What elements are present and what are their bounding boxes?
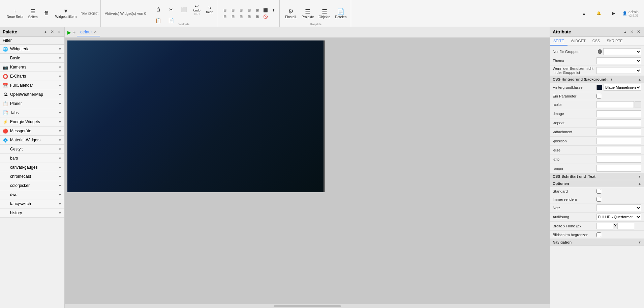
palette-item-fullcalendar[interactable]: 📅 FullCalendar ▼	[0, 81, 64, 90]
attr-tab-widget[interactable]: WIDGET	[568, 37, 589, 46]
attribute-close-button[interactable]: ✕	[636, 29, 641, 34]
redo-button[interactable]: ↪ Redo	[204, 2, 216, 16]
attr-tab-skripte[interactable]: SKRIPTE	[603, 37, 626, 46]
ein-parameter-checkbox[interactable]	[596, 94, 601, 99]
copy-button[interactable]: ⬜	[178, 2, 190, 16]
objekte-button[interactable]: ☰ Objekte	[317, 6, 332, 20]
same-height-button[interactable]: ⊞	[254, 14, 261, 20]
hoehe-input[interactable]: 1080	[617, 223, 634, 229]
distribute-v-button[interactable]: ⊞	[246, 14, 253, 20]
palette-item-messgerte[interactable]: 🔴 Messgeräte ▼	[0, 127, 64, 136]
attachment-input[interactable]	[596, 129, 641, 135]
bell-icon[interactable]: 🔔	[593, 10, 605, 17]
breite-input[interactable]: 1920	[596, 223, 613, 229]
palette-item-planer[interactable]: 📋 Planer ▼	[0, 99, 64, 108]
scrollbar-thumb[interactable]	[274, 305, 341, 307]
toolbar-group-projekte: ⚙ Einstell. ☰ Projekte ☰ Objekte 📄 Datei…	[281, 0, 351, 27]
plus-icon: +	[13, 8, 17, 14]
palette-collapse-button[interactable]: ▴	[43, 29, 48, 34]
css-hintergrund-section[interactable]: CSS-Hintergrund (background-...) ▲	[550, 76, 644, 83]
aufloesung-select[interactable]: Full HD - Querformat	[596, 214, 641, 220]
palette-item-colorpicker[interactable]: colorpicker ▼	[0, 181, 64, 190]
tab-close-button[interactable]: ✕	[94, 30, 97, 34]
netz-select[interactable]	[596, 204, 641, 211]
navigation-section[interactable]: Navigation ▼	[550, 239, 644, 246]
clip-label: -clip	[553, 157, 596, 161]
color-swatch[interactable]	[596, 85, 602, 90]
canvas-resize-handle[interactable]	[324, 40, 325, 192]
origin-input[interactable]	[596, 165, 641, 172]
repeat-input[interactable]	[596, 119, 641, 126]
palette-item-basic[interactable]: Basic ▼	[0, 54, 64, 63]
palette-item-bars[interactable]: bars ▼	[0, 154, 64, 163]
hintergrundklasse-select[interactable]: Blaue Marinelinien	[604, 84, 641, 91]
canvas-page[interactable]	[67, 40, 324, 192]
palette-item-chromecast[interactable]: chromecast ▼	[0, 172, 64, 181]
distribute-h-button[interactable]: ⊟	[246, 7, 253, 13]
palette-item-openweathermap[interactable]: 🌤 OpenWeatherMap ▼	[0, 90, 64, 99]
immer-rendern-checkbox[interactable]	[596, 197, 601, 202]
align-left-button[interactable]: ⊟	[221, 14, 229, 20]
attr-tab-css[interactable]: CSS	[589, 37, 604, 46]
bildschirm-checkbox[interactable]	[596, 232, 601, 237]
hide-button[interactable]: 🚫	[262, 14, 269, 20]
position-input[interactable]	[596, 138, 641, 144]
palette-item-widgeteria[interactable]: 🌐 Widgeteria ▼	[0, 45, 64, 54]
thema-select[interactable]	[596, 57, 641, 64]
same-width-icon: ⊞	[256, 8, 259, 12]
palette-item-energiewidgets[interactable]: ⚡ Energie-Widgets ▼	[0, 117, 64, 127]
palette-item-dwd[interactable]: dwd ▼	[0, 190, 64, 199]
image-input[interactable]	[596, 110, 641, 117]
paste-button[interactable]: 📋	[152, 17, 164, 24]
color-input[interactable]	[596, 101, 634, 108]
export-button[interactable]: ⬛	[262, 7, 269, 13]
play-icon[interactable]: ▶	[608, 10, 620, 17]
align-center-button[interactable]: ⊟	[229, 14, 237, 20]
align-right-top-button[interactable]: ⊞	[238, 7, 245, 13]
widgets-filtern-button[interactable]: ▼ Widgets filtern	[53, 7, 79, 20]
publish-button[interactable]: ⬆	[270, 7, 277, 13]
dateien-button[interactable]: 📄 Dateien	[333, 6, 348, 20]
align-left-top-button[interactable]: ⊞	[221, 7, 229, 13]
css-schriftart-section[interactable]: CSS-Schriftart und -Text ▼	[550, 173, 644, 180]
attribute-collapse-button[interactable]: ▴	[622, 29, 628, 34]
palette-item-echarts[interactable]: ⭕ E-Charts ▼	[0, 72, 64, 81]
color-picker[interactable]	[635, 101, 641, 108]
attribute-pin-button[interactable]: ✕	[629, 29, 635, 34]
nur-fur-gruppen-select[interactable]	[603, 48, 641, 55]
canvas-scrollbar[interactable]	[65, 304, 550, 308]
chevron-up-icon[interactable]: ▲	[578, 10, 590, 17]
palette-pin-button[interactable]: ✕	[50, 29, 55, 34]
undo-button[interactable]: ↩ Undo (7/7)	[191, 2, 203, 16]
wenn-benutzer-select[interactable]	[596, 67, 641, 74]
palette-item-tabs[interactable]: 📑 Tabs ▼	[0, 108, 64, 117]
neue-seite-button[interactable]: + Neue Seite	[5, 7, 25, 20]
palette-item-icon	[3, 210, 8, 216]
cut-button[interactable]: ✂	[165, 2, 177, 16]
standard-checkbox[interactable]	[596, 189, 601, 194]
palette-item-kameras[interactable]: 📷 Kameras ▼	[0, 63, 64, 72]
palette-item-fancyswitch[interactable]: fancyswitch ▼	[0, 199, 64, 208]
add-tab-button[interactable]: +	[72, 29, 75, 35]
size-input[interactable]	[596, 147, 641, 153]
palette-item-canvasgauges[interactable]: canvas-gauges ▼	[0, 163, 64, 172]
palette-close-button[interactable]: ✕	[56, 29, 62, 34]
delete-page-button[interactable]: 🗑	[40, 9, 53, 18]
same-width-button[interactable]: ⊞	[254, 7, 261, 13]
attr-tab-seite[interactable]: SEITE	[550, 37, 568, 46]
palette-item-history[interactable]: history ▼	[0, 208, 64, 218]
seiten-button[interactable]: ☰ Seiten	[26, 7, 39, 20]
optionen-section[interactable]: Optionen ▲	[550, 180, 644, 187]
align-center-top-button[interactable]: ⊟	[229, 7, 237, 13]
canvas-tab-default[interactable]: default ✕	[77, 28, 100, 36]
canvas-content[interactable]	[65, 38, 550, 304]
delete-widget-button[interactable]: 🗑	[152, 2, 164, 16]
play-tab-button[interactable]: ▶	[67, 30, 71, 35]
palette-item-gestylt[interactable]: Gestylt ▼	[0, 145, 64, 154]
palette-item-materialwidgets[interactable]: 💠 Material-Widgets ▼	[0, 136, 64, 145]
clip-input[interactable]	[596, 156, 641, 163]
align-right-button[interactable]: ⊟	[238, 14, 245, 20]
paste-alt-button[interactable]: 📄	[165, 17, 177, 24]
einstell-button[interactable]: ⚙ Einstell.	[283, 6, 299, 20]
projekte-button[interactable]: ☰ Projekte	[300, 6, 316, 20]
